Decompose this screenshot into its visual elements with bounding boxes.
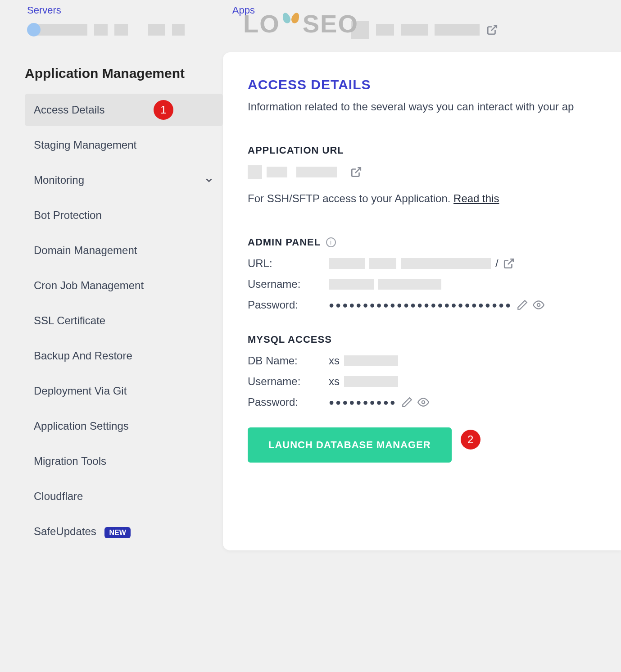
sidebar-item-label: Domain Management <box>34 244 137 257</box>
main-panel: ACCESS DETAILS Information related to th… <box>223 52 621 550</box>
sidebar-item-cron-job-management[interactable]: Cron Job Management <box>25 269 223 302</box>
blurred-value <box>344 355 398 366</box>
admin-password-masked: ●●●●●●●●●●●●●●●●●●●●●●●●●●● <box>329 300 512 310</box>
sidebar-item-label: Application Settings <box>34 420 129 432</box>
sidebar-item-label: Monitoring <box>34 174 84 186</box>
ssh-helper-text: For SSH/SFTP access to your Application.… <box>248 192 621 205</box>
eye-icon[interactable] <box>533 299 544 311</box>
sidebar-item-bot-protection[interactable]: Bot Protection <box>25 199 223 232</box>
section-application-url: APPLICATION URL <box>248 145 621 156</box>
sidebar-item-cloudflare[interactable]: Cloudflare <box>25 480 223 513</box>
mysql-username-label: Username: <box>248 375 324 388</box>
edit-icon[interactable] <box>517 299 528 311</box>
blurred-value <box>248 165 262 179</box>
read-this-link[interactable]: Read this <box>453 192 499 204</box>
mysql-dbname-label: DB Name: <box>248 354 324 367</box>
sidebar-heading: Application Management <box>25 66 223 81</box>
blurred-value <box>296 167 337 177</box>
section-admin-panel: ADMIN PANEL i <box>248 236 621 248</box>
sidebar-item-monitoring[interactable]: Monitoring <box>25 164 223 196</box>
blurred-value <box>267 167 287 177</box>
launch-database-manager-button[interactable]: LAUNCH DATABASE MANAGER <box>248 427 452 463</box>
sidebar-item-safeupdates[interactable]: SafeUpdates NEW <box>25 515 223 548</box>
svg-point-1 <box>422 401 425 404</box>
sidebar-item-label: SSL Certificate <box>34 314 105 327</box>
admin-username-label: Username: <box>248 278 324 291</box>
sidebar-item-application-settings[interactable]: Application Settings <box>25 410 223 442</box>
admin-password-label: Password: <box>248 299 324 311</box>
admin-url-suffix: / <box>495 257 499 270</box>
eye-icon[interactable] <box>417 396 429 408</box>
sidebar-item-staging-management[interactable]: Staging Management <box>25 129 223 161</box>
new-badge: NEW <box>104 527 130 538</box>
sidebar-item-ssl-certificate[interactable]: SSL Certificate <box>25 304 223 337</box>
sidebar-item-label: Deployment Via Git <box>34 385 127 397</box>
chevron-down-icon <box>204 175 214 185</box>
external-link-icon[interactable] <box>350 166 362 178</box>
sidebar-item-label: Bot Protection <box>34 209 102 222</box>
sidebar: Application Management Access Details 1 … <box>25 52 223 550</box>
edit-icon[interactable] <box>401 396 413 408</box>
mysql-dbname-prefix: xs <box>329 354 340 367</box>
info-icon[interactable]: i <box>326 237 336 247</box>
admin-url-label: URL: <box>248 257 324 270</box>
external-link-icon[interactable] <box>503 258 515 269</box>
mysql-username-prefix: xs <box>329 375 340 388</box>
annotation-badge-2: 2 <box>461 430 480 450</box>
blurred-value <box>329 279 374 290</box>
sidebar-item-label: Cloudflare <box>34 490 83 503</box>
mysql-password-masked: ●●●●●●●●●● <box>329 397 397 408</box>
annotation-badge-1: 1 <box>154 100 173 120</box>
sidebar-item-label: Backup And Restore <box>34 350 132 362</box>
sidebar-item-label: SafeUpdates <box>34 525 96 537</box>
sidebar-item-label: Access Details <box>34 104 104 116</box>
sidebar-item-access-details[interactable]: Access Details 1 <box>25 94 223 126</box>
page-subtitle: Information related to the several ways … <box>248 100 621 113</box>
blurred-value <box>369 258 396 269</box>
page-title: ACCESS DETAILS <box>248 77 621 92</box>
blurred-value <box>344 376 398 387</box>
blurred-value <box>378 279 441 290</box>
sidebar-item-label: Cron Job Management <box>34 279 144 292</box>
nav-servers[interactable]: Servers <box>27 5 61 16</box>
sidebar-item-label: Staging Management <box>34 139 136 151</box>
sidebar-item-deployment-git[interactable]: Deployment Via Git <box>25 375 223 407</box>
external-link-icon[interactable] <box>486 24 498 36</box>
section-mysql-access: MYSQL ACCESS <box>248 334 621 345</box>
sidebar-item-migration-tools[interactable]: Migration Tools <box>25 445 223 477</box>
blurred-value <box>401 258 491 269</box>
sidebar-item-label: Migration Tools <box>34 455 106 468</box>
breadcrumb-blurred <box>0 16 621 52</box>
blurred-value <box>329 258 365 269</box>
svg-point-0 <box>537 304 540 307</box>
nav-apps[interactable]: Apps <box>232 5 255 16</box>
sidebar-item-backup-restore[interactable]: Backup And Restore <box>25 340 223 372</box>
mysql-password-label: Password: <box>248 396 324 409</box>
sidebar-item-domain-management[interactable]: Domain Management <box>25 234 223 267</box>
